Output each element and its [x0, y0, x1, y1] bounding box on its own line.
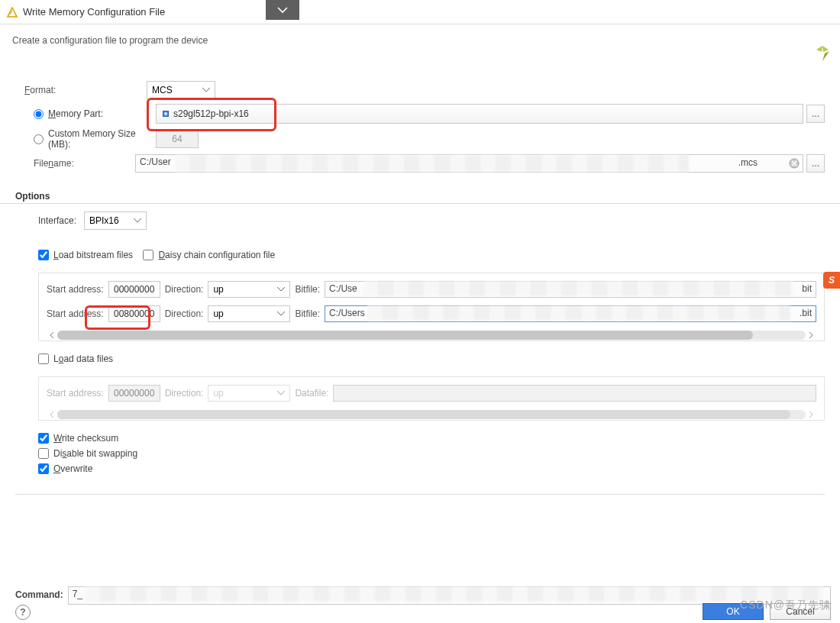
write-checksum-label: Write checksum	[53, 433, 118, 444]
format-label: Format:	[24, 85, 147, 95]
disable-bitswap-checkbox[interactable]	[38, 448, 49, 459]
memory-part-radio-input[interactable]	[34, 109, 44, 119]
bitstream-panel: Start address: Direction: up Bitfile: C:…	[38, 273, 825, 341]
direction-0[interactable]: up	[208, 281, 290, 298]
bitstream-row-0: Start address: Direction: up Bitfile: C:…	[47, 281, 816, 298]
load-data-label: Load data files	[53, 353, 113, 364]
load-data-checkbox[interactable]	[38, 353, 49, 364]
disable-bitswap-label: Disable bit swapping	[53, 448, 137, 459]
vendor-logo	[814, 44, 831, 61]
options-heading: Options	[0, 188, 840, 204]
custom-memory-radio[interactable]: Custom Memory Size (MB):	[34, 128, 156, 150]
window-title: Write Memory Configuration File	[23, 6, 165, 18]
start-address-1[interactable]	[108, 305, 160, 322]
load-bitstream-checkbox[interactable]	[38, 250, 49, 260]
datafile-panel: Start address: Direction: up Datafile:	[38, 376, 825, 421]
bitstream-scrollbar[interactable]	[47, 330, 816, 341]
custom-memory-input	[156, 130, 199, 148]
chevron-down-icon	[277, 7, 288, 14]
custom-memory-radio-input[interactable]	[34, 134, 44, 144]
overwrite-checkbox[interactable]	[38, 463, 49, 474]
titlebar: Write Memory Configuration File	[0, 0, 840, 24]
load-bitstream-label: Load bitstream files	[53, 250, 133, 260]
data-file	[333, 385, 816, 402]
datafile-scrollbar[interactable]	[47, 409, 816, 420]
memory-part-browse-button[interactable]: ...	[806, 105, 825, 123]
ime-badge: S	[823, 272, 840, 289]
command-label: Command:	[15, 589, 63, 600]
daisy-chain-checkbox[interactable]	[143, 250, 153, 260]
direction-1[interactable]: up	[208, 305, 290, 322]
memory-part-field[interactable]: s29gl512p-bpi-x16	[156, 104, 803, 124]
filename-label: Filename:	[24, 158, 135, 169]
subtitle-area: Create a configuration file to program t…	[0, 24, 840, 73]
daisy-chain-label: Daisy chain configuration file	[158, 250, 275, 260]
command-row: Command: 7_	[15, 586, 831, 603]
data-direction: up	[208, 385, 290, 402]
write-checksum-checkbox[interactable]	[38, 433, 49, 444]
interface-select[interactable]: BPIx16	[84, 211, 147, 230]
memory-part-radio[interactable]: Memory Part:	[34, 108, 156, 119]
format-select[interactable]: MCS	[147, 81, 215, 99]
top-form: Format: MCS Memory Part: s29gl512p-bpi-x…	[0, 73, 840, 180]
filename-browse-button[interactable]: ...	[806, 154, 825, 173]
help-button[interactable]: ?	[15, 605, 31, 620]
scroll-left-icon[interactable]	[47, 409, 57, 420]
overwrite-label: Overwrite	[53, 463, 92, 474]
scroll-right-icon[interactable]	[806, 409, 816, 420]
start-address-0[interactable]	[108, 281, 160, 298]
svg-rect-1	[165, 113, 167, 115]
scroll-right-icon[interactable]	[806, 330, 816, 341]
chip-icon	[161, 109, 170, 118]
bitstream-row-1: Start address: Direction: up Bitfile: C:…	[47, 305, 816, 322]
watermark: CSDN@吾乃先骕	[740, 599, 831, 612]
titlebar-dropdown-button[interactable]	[266, 0, 299, 20]
scroll-left-icon[interactable]	[47, 330, 57, 341]
data-row: Start address: Direction: up Datafile:	[47, 385, 816, 402]
filename-clear-icon[interactable]	[788, 157, 800, 169]
memory-part-value: s29gl512p-bpi-x16	[173, 108, 249, 119]
app-icon	[6, 7, 18, 18]
subtitle-text: Create a configuration file to program t…	[12, 35, 208, 46]
interface-label: Interface:	[38, 215, 84, 226]
data-start-address	[108, 385, 160, 402]
